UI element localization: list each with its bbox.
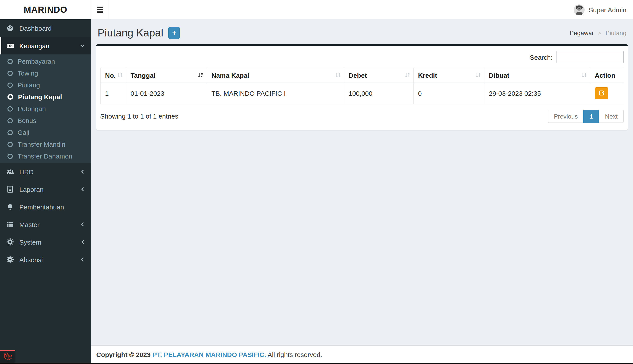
submenu-item-label: Transfer Mandiri: [18, 140, 65, 148]
submenu-item-pembayaran[interactable]: Pembayaran: [0, 55, 91, 67]
column-header-tanggal[interactable]: Tanggal: [126, 68, 207, 83]
circle-icon: [8, 142, 13, 147]
bell-icon: [6, 203, 17, 211]
breadcrumb-parent[interactable]: Pegawai: [570, 30, 593, 36]
submenu-item-bonus[interactable]: Bonus: [0, 114, 91, 126]
sidebar-item-label: Absensi: [19, 256, 43, 263]
gear-icon: [6, 238, 17, 246]
page-footer: Copyright © 2023 PT. PELAYARAN MARINDO P…: [91, 345, 633, 364]
laravel-logo-icon: [3, 351, 13, 362]
circle-icon: [8, 70, 13, 76]
column-header-no[interactable]: No.: [100, 68, 126, 83]
submenu-item-transfer-mandiri[interactable]: Transfer Mandiri: [0, 138, 91, 150]
company-link[interactable]: PT. PELAYARAN MARINDO PASIFIC.: [152, 351, 266, 358]
sort-icon: [405, 72, 410, 79]
sidebar-item-dashboard[interactable]: Dashboard: [0, 19, 91, 37]
pagination-page-1[interactable]: 1: [583, 110, 599, 123]
piutang-kapal-table: No. Tanggal Nama Kapal Debet Kredit Dibu…: [100, 68, 624, 104]
submenu-item-label: Towing: [18, 70, 38, 77]
hamburger-icon: [97, 7, 103, 8]
sidebar-item-master[interactable]: Master: [0, 216, 91, 233]
submenu-item-label: Gaji: [18, 129, 29, 136]
table-header-row: No. Tanggal Nama Kapal Debet Kredit Dibu…: [100, 68, 624, 83]
top-navbar: Super Admin: [91, 0, 633, 19]
laravel-debugbar-toggle[interactable]: [0, 350, 15, 363]
submenu-item-label: Pembayaran: [18, 58, 55, 65]
sidebar-item-absensi[interactable]: Absensi: [0, 251, 91, 268]
sidebar-item-laporan[interactable]: Laporan: [0, 180, 91, 198]
sidebar-item-label: Laporan: [19, 186, 44, 193]
brand-logo[interactable]: MARINDO: [0, 0, 91, 19]
sort-icon: [582, 72, 587, 79]
sidebar-item-system[interactable]: System: [0, 233, 91, 251]
submenu-item-potongan[interactable]: Potongan: [0, 103, 91, 114]
sidebar: MARINDO Dashboard Keuangan Pembayaran: [0, 0, 91, 364]
search-input[interactable]: [556, 51, 624, 63]
table-footer: Showing 1 to 1 of 1 entries Previous 1 N…: [100, 110, 624, 123]
search-row: Search:: [100, 51, 624, 63]
sidebar-item-label: Dashboard: [19, 24, 52, 32]
submenu-item-towing[interactable]: Towing: [0, 67, 91, 79]
sidebar-item-pemberitahuan[interactable]: Pemberitahuan: [0, 198, 91, 216]
submenu-item-transfer-danamon[interactable]: Transfer Danamon: [0, 150, 91, 162]
money-icon: [6, 42, 17, 50]
user-menu[interactable]: Super Admin: [567, 0, 633, 19]
column-header-debet[interactable]: Debet: [344, 68, 413, 83]
column-header-dibuat[interactable]: Dibuat: [484, 68, 590, 83]
sidebar-toggle-button[interactable]: [91, 0, 109, 19]
sidebar-item-label: Master: [19, 221, 40, 228]
circle-icon: [8, 58, 13, 64]
rights-text: All rights reserved.: [268, 351, 322, 358]
cell-dibuat: 29-03-2023 02:35: [484, 83, 590, 104]
circle-icon: [8, 154, 13, 159]
chevron-left-icon: [80, 257, 85, 262]
column-header-nama-kapal[interactable]: Nama Kapal: [207, 68, 344, 83]
sidebar-item-label: HRD: [19, 168, 34, 176]
sidebar-item-keuangan[interactable]: Keuangan: [0, 37, 91, 54]
circle-icon: [8, 130, 13, 135]
column-header-action: Action: [590, 68, 624, 83]
submenu-item-piutang-kapal[interactable]: Piutang Kapal: [0, 91, 91, 103]
pagination-previous[interactable]: Previous: [548, 110, 584, 123]
chevron-left-icon: [80, 186, 85, 192]
pagination: Previous 1 Next: [548, 110, 624, 123]
sidebar-item-label: System: [19, 238, 41, 246]
pagination-next[interactable]: Next: [599, 110, 624, 123]
breadcrumb: Pegawai > Piutang: [570, 30, 626, 36]
cell-tanggal: 01-01-2023: [126, 83, 207, 104]
table-row: 1 01-01-2023 TB. MARINDO PACIFIC I 100,0…: [100, 83, 624, 104]
page-header: Piutang Kapal + Pegawai > Piutang: [96, 23, 628, 44]
sort-icon: [335, 72, 341, 79]
breadcrumb-separator: >: [598, 30, 601, 36]
gauge-icon: [6, 24, 17, 32]
chevron-left-icon: [80, 169, 85, 174]
debugbar-collapsed-strip[interactable]: [0, 363, 633, 364]
sort-icon: [117, 72, 123, 79]
cell-nama-kapal: TB. MARINDO PACIFIC I: [207, 83, 344, 104]
submenu-item-gaji[interactable]: Gaji: [0, 126, 91, 138]
cell-debet: 100,000: [344, 83, 413, 104]
user-name: Super Admin: [589, 6, 626, 14]
keuangan-submenu: Pembayaran Towing Piutang Piutang Kapal …: [0, 54, 91, 163]
content-area: Piutang Kapal + Pegawai > Piutang Search…: [91, 19, 633, 345]
sidebar-item-hrd[interactable]: HRD: [0, 163, 91, 180]
submenu-item-label: Piutang: [18, 81, 40, 89]
circle-icon: [8, 82, 13, 88]
submenu-item-label: Bonus: [18, 117, 36, 124]
gear-icon: [6, 256, 17, 264]
column-header-kredit[interactable]: Kredit: [413, 68, 484, 83]
add-button[interactable]: +: [169, 27, 180, 39]
circle-icon: [8, 118, 13, 123]
app-viewport: MARINDO Dashboard Keuangan Pembayaran: [0, 0, 633, 364]
circle-icon: [8, 106, 13, 111]
users-icon: [6, 168, 17, 176]
table-icon: [6, 220, 17, 228]
sidebar-item-label: Keuangan: [19, 42, 50, 50]
sort-icon: [476, 72, 481, 79]
user-avatar: [574, 4, 585, 15]
edit-button[interactable]: [595, 88, 608, 99]
submenu-item-piutang[interactable]: Piutang: [0, 79, 91, 91]
sidebar-menu: Dashboard Keuangan Pembayaran Towing Piu…: [0, 19, 91, 268]
sidebar-item-label: Pemberitahuan: [19, 203, 64, 210]
edit-pencil-icon: [598, 90, 605, 97]
